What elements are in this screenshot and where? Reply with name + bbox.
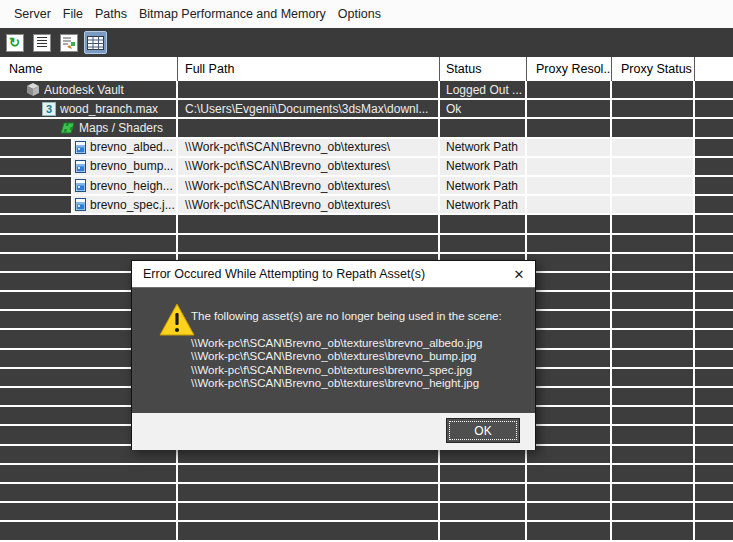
proxy-status-cell	[612, 503, 695, 522]
proxy-resolution-cell	[527, 81, 612, 100]
menu-item-paths[interactable]: Paths	[89, 7, 133, 21]
extra-cell	[695, 311, 733, 330]
full-path-cell: \\Work-pc\f\SCAN\Brevno_ob\textures\	[178, 177, 440, 196]
table-row[interactable]: brevno_heigh...\\Work-pc\f\SCAN\Brevno_o…	[0, 177, 733, 196]
asset-status: Network Path	[446, 198, 518, 212]
extra-cell	[695, 330, 733, 349]
menu-item-file[interactable]: File	[57, 7, 89, 21]
asset-status: Network Path	[446, 179, 518, 193]
column-header-proxy-status[interactable]: Proxy Status	[612, 57, 695, 81]
table-view-button[interactable]	[84, 31, 107, 54]
extra-cell	[695, 196, 733, 215]
proxy-resolution-cell	[527, 426, 612, 445]
asset-status: Ok	[446, 102, 461, 116]
extra-cell	[695, 522, 733, 541]
extra-cell	[695, 235, 733, 254]
tree-indent	[0, 196, 73, 213]
status-cell	[440, 522, 527, 541]
menu-bar: ServerFilePathsBitmap Performance and Me…	[0, 0, 733, 28]
table-row[interactable]: Autodesk VaultLogged Out ...	[0, 81, 733, 100]
close-icon[interactable]: ✕	[503, 261, 535, 287]
column-header-full-path[interactable]: Full Path	[178, 57, 440, 81]
table-row-empty[interactable]	[0, 503, 733, 522]
full-path-cell	[178, 484, 440, 503]
asset-full-path: C:\Users\Evgenii\Documents\3dsMax\downl.…	[185, 102, 428, 116]
bitmap-icon	[75, 198, 86, 211]
asset-name: Maps / Shaders	[79, 121, 163, 135]
name-cell: brevno_heigh...	[0, 177, 178, 196]
table-row-empty[interactable]	[0, 215, 733, 234]
proxy-status-cell	[612, 426, 695, 445]
asset-name: brevno_heigh...	[90, 179, 173, 193]
asset-path: \\Work-pc\f\SCAN\Brevno_ob\textures\brev…	[191, 350, 482, 363]
full-path-cell	[178, 119, 440, 138]
table-row[interactable]: brevno_spec.j...\\Work-pc\f\SCAN\Brevno_…	[0, 196, 733, 215]
proxy-resolution-cell	[527, 522, 612, 541]
name-cell	[0, 522, 178, 541]
ok-button[interactable]: OK	[446, 418, 520, 443]
report-view-button[interactable]	[30, 31, 53, 54]
proxy-resolution-cell	[527, 503, 612, 522]
table-row-empty[interactable]	[0, 522, 733, 541]
proxy-status-cell	[612, 177, 695, 196]
column-header-status[interactable]: Status	[440, 57, 527, 81]
status-cell	[440, 235, 527, 254]
refresh-icon: ↻	[6, 34, 24, 52]
menu-item-options[interactable]: Options	[332, 7, 387, 21]
extra-cell	[695, 81, 733, 100]
error-dialog: Error Occured While Attempting to Repath…	[131, 260, 536, 450]
dialog-title: Error Occured While Attempting to Repath…	[132, 267, 503, 281]
column-header-name[interactable]: Name	[0, 57, 178, 81]
table-row-empty[interactable]	[0, 235, 733, 254]
status-cell: Network Path	[440, 158, 527, 177]
proxy-resolution-cell	[527, 350, 612, 369]
column-header-extra	[695, 57, 733, 81]
proxy-resolution-cell	[527, 139, 612, 158]
full-path-cell	[178, 81, 440, 100]
ok-button-label: OK	[449, 421, 517, 440]
name-cell	[0, 465, 178, 484]
status-cell: Network Path	[440, 139, 527, 158]
table-row-empty[interactable]	[0, 465, 733, 484]
asset-status: Network Path	[446, 159, 518, 173]
proxy-resolution-cell	[527, 330, 612, 349]
menu-item-bitmap-performance-and-memory[interactable]: Bitmap Performance and Memory	[133, 7, 332, 21]
name-cell: 3wood_branch.max	[0, 100, 178, 119]
asset-status: Logged Out ...	[446, 83, 522, 97]
column-header-proxy-resol[interactable]: Proxy Resol...	[527, 57, 612, 81]
bitmap-icon	[75, 141, 86, 154]
full-path-cell	[178, 465, 440, 484]
extra-cell	[695, 292, 733, 311]
proxy-status-cell	[612, 292, 695, 311]
refresh-button[interactable]: ↻	[3, 31, 26, 54]
table-row[interactable]: 3wood_branch.maxC:\Users\Evgenii\Documen…	[0, 100, 733, 119]
table-row[interactable]: brevno_albed...\\Work-pc\f\SCAN\Brevno_o…	[0, 139, 733, 158]
table-row[interactable]: brevno_bump...\\Work-pc\f\SCAN\Brevno_ob…	[0, 158, 733, 177]
asset-name: brevno_albed...	[90, 140, 173, 154]
full-path-cell: C:\Users\Evgenii\Documents\3dsMax\downl.…	[178, 100, 440, 119]
proxy-status-cell	[612, 369, 695, 388]
proxy-status-cell	[612, 100, 695, 119]
table-row[interactable]: Maps / Shaders	[0, 119, 733, 138]
name-cell: Autodesk Vault	[0, 81, 178, 100]
bitmap-icon	[75, 160, 86, 173]
proxy-resolution-cell	[527, 446, 612, 465]
asset-path: \\Work-pc\f\SCAN\Brevno_ob\textures\brev…	[191, 377, 482, 390]
menu-item-server[interactable]: Server	[8, 7, 57, 21]
dialog-titlebar[interactable]: Error Occured While Attempting to Repath…	[132, 261, 535, 288]
proxy-status-cell	[612, 215, 695, 234]
proxy-status-cell	[612, 350, 695, 369]
table-row-empty[interactable]	[0, 484, 733, 503]
extra-cell	[695, 254, 733, 273]
tree-indent	[0, 81, 24, 98]
vault-cube-icon	[26, 83, 40, 97]
status-cell	[440, 215, 527, 234]
proxy-resolution-cell	[527, 254, 612, 273]
max-file-icon: 3	[42, 102, 56, 116]
proxy-status-cell	[612, 446, 695, 465]
asset-paths-button[interactable]	[57, 31, 80, 54]
proxy-status-cell	[612, 235, 695, 254]
path-config-icon	[60, 34, 78, 52]
maps-shaders-icon	[60, 122, 75, 134]
extra-cell	[695, 446, 733, 465]
